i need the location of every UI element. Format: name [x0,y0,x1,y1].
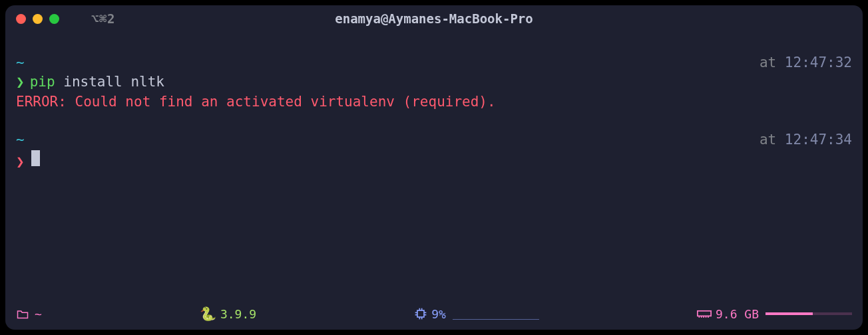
status-python: 🐍 3.9.9 [200,306,256,322]
cwd-path: ~ [16,130,25,150]
statusbar: ~ 🐍 3.9.9 9% 9.6 GB [5,303,863,330]
memory-value: 9.6 GB [716,307,759,321]
cursor [31,150,40,166]
chip-icon [414,307,427,320]
prompt-line: ~ at 12:47:32 [16,53,852,72]
cpu-percent: 9% [431,307,446,321]
terminal-window: ⌥⌘2 enamya@Aymanes-MacBook-Pro ~ at 12:4… [5,5,863,330]
tab-shortcut-label: ⌥⌘2 [91,11,115,26]
svg-rect-0 [417,310,424,317]
folder-icon [16,309,29,319]
terminal-body[interactable]: ~ at 12:47:32 ❯ pip install nltk ERROR: … [5,32,863,303]
timestamp: at 12:47:34 [760,130,852,150]
cwd-path: ~ [16,53,25,72]
status-memory: 9.6 GB [697,307,852,321]
at-label: at [760,55,776,70]
command-args: install nltk [63,72,164,92]
error-output: ERROR: Could not find an activated virtu… [16,92,852,112]
memory-icon [697,308,712,319]
titlebar: ⌥⌘2 enamya@Aymanes-MacBook-Pro [5,5,863,32]
snake-icon: 🐍 [200,306,216,322]
status-cwd-label: ~ [35,307,42,321]
traffic-lights [16,14,59,24]
time-value: 12:47:32 [785,55,852,70]
memory-bar [765,312,852,315]
command-name: pip [30,72,55,92]
close-button[interactable] [16,14,26,24]
fullscreen-button[interactable] [49,14,59,24]
time-value: 12:47:34 [785,132,852,148]
prompt-symbol: ❯ [16,72,25,92]
svg-rect-9 [698,311,711,316]
prompt-line: ~ at 12:47:34 [16,130,852,150]
python-version: 3.9.9 [220,307,256,321]
command-line: ❯ pip install nltk [16,72,852,92]
window-title: enamya@Aymanes-MacBook-Pro [335,11,533,26]
cpu-graph [453,308,539,320]
status-cpu: 9% [414,307,539,321]
command-line: ❯ [16,150,852,171]
timestamp: at 12:47:32 [760,53,852,72]
at-label: at [760,132,776,148]
minimize-button[interactable] [33,14,43,24]
prompt-symbol: ❯ [16,152,25,171]
status-cwd: ~ [16,307,42,321]
